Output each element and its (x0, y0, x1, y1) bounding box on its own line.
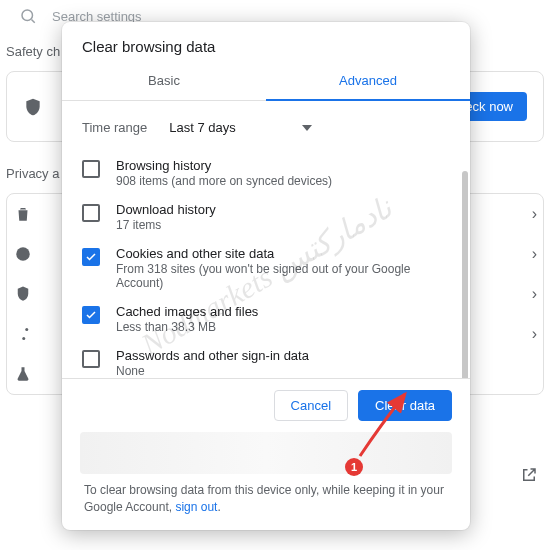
item-title: Cached images and files (116, 304, 258, 319)
cookie-icon (13, 244, 33, 264)
checkbox[interactable] (82, 160, 100, 178)
dropdown-arrow-icon (302, 125, 312, 131)
chevron-right-icon: › (532, 285, 537, 303)
open-in-new-icon (520, 466, 538, 484)
clear-browsing-data-dialog: Clear browsing data Basic Advanced Time … (62, 22, 470, 530)
svg-line-1 (31, 19, 34, 22)
checkbox[interactable] (82, 306, 100, 324)
time-range-select[interactable]: Last 7 days (167, 115, 314, 140)
tune-icon (13, 324, 33, 344)
clear-item: Cached images and filesLess than 38.3 MB (82, 298, 450, 342)
item-subtitle: 17 items (116, 218, 216, 232)
dialog-title: Clear browsing data (62, 22, 470, 63)
item-title: Browsing history (116, 158, 332, 173)
chevron-right-icon: › (532, 205, 537, 223)
svg-point-4 (22, 337, 25, 340)
chevron-right-icon: › (532, 245, 537, 263)
tab-basic[interactable]: Basic (62, 63, 266, 100)
trash-icon (13, 204, 33, 224)
flask-icon (13, 364, 33, 384)
item-subtitle: None (116, 364, 309, 378)
checkbox[interactable] (82, 204, 100, 222)
clear-item: Download history17 items (82, 196, 450, 240)
dialog-tabs: Basic Advanced (62, 63, 470, 101)
checkbox[interactable] (82, 248, 100, 266)
item-title: Cookies and other site data (116, 246, 450, 261)
footer-note: To clear browsing data from this device … (62, 482, 470, 530)
item-title: Passwords and other sign-in data (116, 348, 309, 363)
checkbox[interactable] (82, 350, 100, 368)
clear-item: Cookies and other site dataFrom 318 site… (82, 240, 450, 298)
clear-item: Passwords and other sign-in dataNone (82, 342, 450, 378)
svg-point-3 (25, 328, 28, 331)
cancel-button[interactable]: Cancel (274, 390, 348, 421)
clear-item: Browsing history908 items (and more on s… (82, 152, 450, 196)
chevron-right-icon: › (532, 325, 537, 343)
time-range-value: Last 7 days (169, 120, 236, 135)
item-subtitle: 908 items (and more on synced devices) (116, 174, 332, 188)
clear-data-button[interactable]: Clear data (358, 390, 452, 421)
svg-point-0 (22, 10, 33, 21)
time-range-label: Time range (82, 120, 147, 135)
annotation-step-badge: 1 (345, 458, 363, 476)
sign-out-link[interactable]: sign out (175, 500, 217, 514)
redacted-block (80, 432, 452, 474)
security-icon (13, 284, 33, 304)
svg-point-2 (16, 247, 30, 261)
item-title: Download history (116, 202, 216, 217)
scrollbar[interactable] (462, 171, 468, 378)
search-icon (18, 6, 38, 26)
shield-icon (23, 97, 43, 117)
item-subtitle: Less than 38.3 MB (116, 320, 258, 334)
tab-advanced[interactable]: Advanced (266, 63, 470, 100)
item-subtitle: From 318 sites (you won't be signed out … (116, 262, 450, 290)
